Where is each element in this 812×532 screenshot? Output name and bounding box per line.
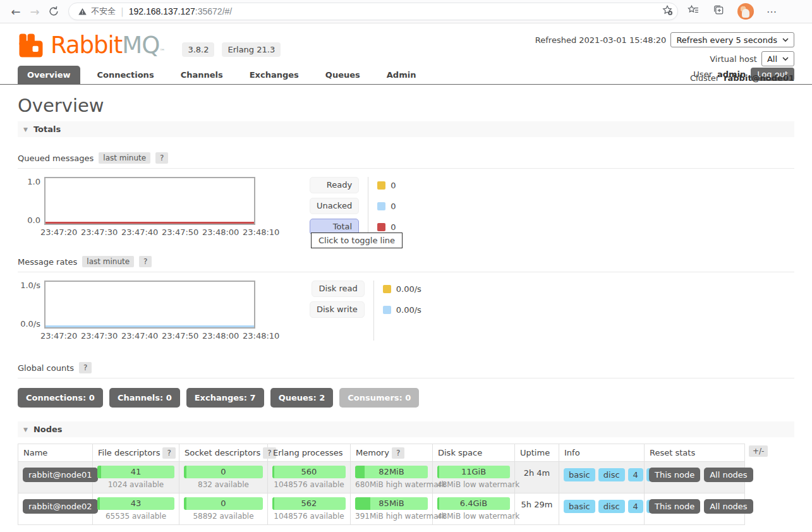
info-badge-cores: 4 [628, 468, 643, 481]
rates-x-axis: 23:47:2023:47:3023:47:4023:47:5023:48:00… [40, 331, 279, 341]
back-icon[interactable]: ← [6, 2, 25, 21]
memory-help-icon[interactable]: ? [392, 447, 404, 459]
rates-help-icon[interactable]: ? [139, 256, 152, 267]
tab-connections[interactable]: Connections [88, 66, 164, 84]
col-header-erlang-processes: Erlang processes [268, 444, 351, 462]
queued-messages-header: Queued messages last minute ? [18, 150, 794, 169]
queues-count-button[interactable]: Queues: 2 [270, 388, 334, 408]
favorites-list-icon[interactable] [687, 4, 700, 19]
tab-exchanges[interactable]: Exchanges [240, 66, 308, 84]
disk-write-color-chip [383, 306, 391, 314]
col-header-disk-space: Disk space [433, 444, 515, 462]
app-header: RabbitMQ™ 3.8.2 Erlang 21.3 Refreshed 20… [0, 23, 812, 64]
favorite-add-icon[interactable] [661, 4, 674, 19]
reset-this-node-button[interactable]: This node [649, 499, 700, 514]
info-cell: basic disc 4 rss [559, 493, 645, 525]
queued-range-badge[interactable]: last minute [99, 152, 150, 164]
connections-count-button[interactable]: Connections: 0 [18, 388, 103, 408]
info-badge-cores: 4 [628, 500, 643, 513]
sd-gauge: 0 [184, 466, 263, 478]
chevron-down-icon [782, 37, 789, 43]
global-counts-help-icon[interactable]: ? [79, 362, 92, 373]
legend-ready-button[interactable]: Ready [310, 177, 359, 193]
memory-gauge: 82MiB [355, 466, 428, 478]
rates-plot-area [44, 281, 255, 329]
sd-cell: 0 58892 available [179, 493, 268, 525]
brand-wordmark[interactable]: RabbitMQ™ [51, 32, 164, 64]
rabbitmq-logo-icon[interactable] [18, 32, 44, 59]
info-badge-basic: basic [564, 468, 595, 481]
rates-range-badge[interactable]: last minute [82, 256, 134, 267]
nodes-section-header[interactable]: ▼ Nodes [18, 421, 794, 437]
message-rates-chart: 1.0/s 0.0/s 23:47:2023:47:3023:47:4023:4… [18, 281, 794, 341]
disk-cell: 11GiB 48MiB low watermark [433, 462, 515, 493]
refresh-interval-select[interactable]: Refresh every 5 seconds [670, 32, 794, 47]
fd-gauge: 41 [97, 466, 174, 478]
tab-overview[interactable]: Overview [18, 66, 80, 84]
collapse-icon: ▼ [23, 426, 28, 433]
uptime-cell: 5h 29m [515, 493, 559, 525]
rates-legend: Disk read Disk write 0.00/s 0.00/s [310, 281, 421, 341]
disk-gauge: 6.4GiB [437, 497, 510, 510]
exchanges-count-button[interactable]: Exchanges: 7 [186, 388, 264, 408]
memory-cell: 85MiB 391MiB high watermark [351, 493, 433, 525]
tab-channels[interactable]: Channels [171, 66, 233, 84]
total-series-line [45, 222, 254, 224]
collections-icon[interactable] [712, 4, 725, 19]
browser-toolbar: ← → 不安全 | 192.168.137.127:35672/#/ [0, 0, 812, 23]
proc-cell: 560 1048576 available [268, 462, 351, 493]
profile-avatar[interactable] [737, 3, 754, 20]
cluster-name: rabbit@node01 [724, 73, 794, 83]
address-divider: | [121, 6, 124, 16]
total-value: 0 [391, 222, 396, 232]
col-header-uptime: Uptime [515, 444, 559, 462]
legend-disk-write-button[interactable]: Disk write [310, 301, 365, 318]
col-header-reset-stats: Reset stats [645, 444, 745, 462]
fd-cell: 41 1024 available [93, 462, 179, 493]
queued-help-icon[interactable]: ? [155, 152, 168, 164]
info-badge-disc: disc [598, 500, 625, 513]
node-row: rabbit@node02 43 65535 available 0 58892… [18, 493, 745, 525]
reset-all-nodes-button[interactable]: All nodes [704, 468, 753, 482]
erlang-version-badge: Erlang 21.3 [222, 42, 281, 57]
refresh-icon[interactable] [44, 2, 63, 21]
refreshed-timestamp: Refreshed 2021-03-01 15:48:20 [535, 35, 667, 45]
channels-count-button[interactable]: Channels: 0 [109, 388, 180, 408]
col-header-socket-descriptors: Socket descriptors? [179, 444, 268, 462]
nodes-table: Name File descriptors? Socket descriptor… [18, 444, 745, 525]
legend-unacked-button[interactable]: Unacked [310, 198, 359, 214]
tab-admin[interactable]: Admin [377, 66, 426, 84]
browser-menu-icon[interactable]: ⋯ [767, 6, 777, 18]
queued-x-axis: 23:47:2023:47:3023:47:4023:47:5023:48:00… [40, 227, 279, 237]
global-counts-header: Global counts ? [18, 360, 794, 378]
chevron-down-icon [782, 56, 789, 62]
cluster-label: Cluster [690, 73, 719, 83]
tab-queues[interactable]: Queues [316, 66, 370, 84]
security-label: 不安全 [91, 6, 116, 17]
reset-cell: This node All nodes [645, 493, 745, 525]
toggle-line-tooltip: Click to toggle line [311, 233, 403, 248]
info-badge-basic: basic [564, 500, 595, 513]
consumers-count-button: Consumers: 0 [339, 388, 419, 408]
reset-this-node-button[interactable]: This node [649, 468, 700, 482]
virtual-host-label: Virtual host [710, 54, 757, 64]
disk-cell: 6.4GiB 48MiB low watermark [433, 493, 515, 525]
totals-section-header[interactable]: ▼ Totals [18, 121, 794, 137]
node-name-button[interactable]: rabbit@node01 [23, 468, 98, 482]
virtual-host-select[interactable]: All [761, 51, 794, 66]
reset-all-nodes-button[interactable]: All nodes [704, 499, 753, 514]
fd-help-icon[interactable]: ? [162, 447, 175, 459]
queued-messages-chart: 1.0 0.0 23:47:2023:47:3023:47:4023:47:50… [18, 177, 794, 237]
column-toggle-button[interactable]: +/- [749, 445, 768, 457]
reset-cell: This node All nodes [645, 462, 745, 493]
address-bar[interactable]: 不安全 | 192.168.137.127:35672/#/ [68, 3, 678, 20]
disk-write-series-line [45, 325, 254, 327]
proc-gauge: 560 [272, 466, 346, 478]
security-warning[interactable]: 不安全 [78, 6, 116, 17]
info-badge-disc: disc [598, 468, 625, 481]
forward-icon[interactable]: → [25, 2, 44, 21]
disk-gauge: 11GiB [437, 466, 510, 478]
legend-disk-read-button[interactable]: Disk read [312, 281, 364, 297]
node-name-button[interactable]: rabbit@node02 [23, 499, 98, 514]
info-cell: basic disc 4 rss [559, 462, 645, 493]
